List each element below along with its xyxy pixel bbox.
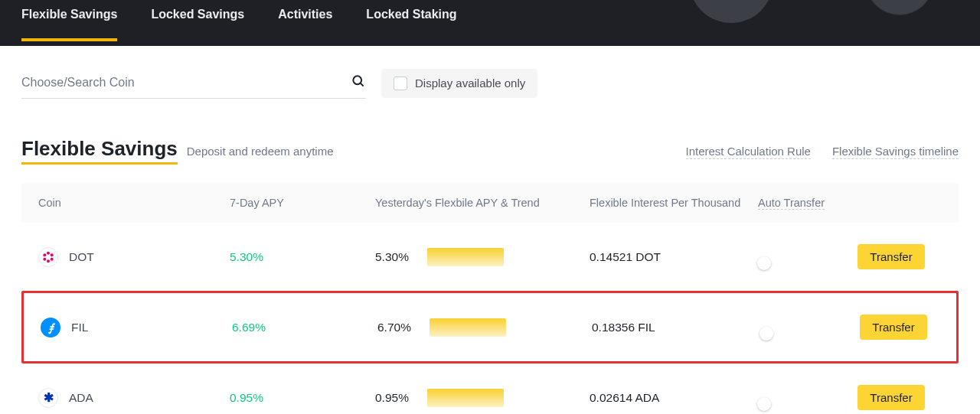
svg-line-1 [361, 83, 364, 86]
svg-point-5 [51, 253, 54, 256]
title-row: Flexible Savings Deposit and redeem anyt… [21, 137, 959, 165]
search-icon[interactable] [351, 73, 366, 92]
savings-table: Coin 7-Day APY Yesterday's Flexbile APY … [21, 183, 959, 414]
interest-per-thousand: 0.14521 DOT [590, 250, 758, 264]
table-header: Coin 7-Day APY Yesterday's Flexbile APY … [21, 183, 959, 223]
yesterday-apy: 0.95% [375, 391, 409, 405]
svg-point-6 [43, 257, 46, 260]
transfer-button[interactable]: Transfer [860, 315, 927, 340]
th-auto-transfer: Auto Transfer [758, 197, 825, 210]
tab-activities[interactable]: Activities [278, 8, 332, 41]
main-content: Display available only Flexible Savings … [0, 46, 980, 414]
table-body: DOT 5.30% 5.30% 0.14521 DOT Transfer ⨎ F… [21, 223, 959, 414]
coin-icon-dot [38, 247, 58, 267]
search-row: Display available only [21, 67, 959, 99]
link-interest-rule[interactable]: Interest Calculation Rule [686, 145, 811, 159]
header: Flexible Savings Locked Savings Activiti… [0, 0, 980, 46]
table-row: ✱ ADA 0.95% 0.95% 0.02614 ADA Transfer [21, 363, 959, 414]
trend-sparkline [430, 318, 506, 337]
trend-sparkline [427, 248, 504, 266]
apy-7d: 6.69% [232, 321, 377, 334]
trend-sparkline [427, 389, 504, 407]
nav-tabs: Flexible Savings Locked Savings Activiti… [0, 0, 980, 46]
available-only-label: Display available only [415, 77, 525, 90]
transfer-button[interactable]: Transfer [858, 385, 925, 410]
coin-icon-fil: ⨎ [41, 318, 60, 337]
th-yesterday: Yesterday's Flexbile APY & Trend [375, 197, 590, 209]
page-title: Flexible Savings [21, 137, 178, 165]
th-coin: Coin [38, 197, 230, 209]
svg-point-3 [47, 259, 50, 262]
th-interest: Flexible Interest Per Thousand [590, 197, 758, 209]
svg-point-4 [43, 253, 46, 256]
checkbox-icon [394, 77, 407, 90]
table-row: DOT 5.30% 5.30% 0.14521 DOT Transfer [21, 223, 959, 291]
coin-name: FIL [71, 321, 88, 334]
search-input[interactable] [21, 76, 351, 90]
interest-per-thousand: 0.18356 FIL [592, 321, 760, 334]
coin-name: ADA [69, 391, 93, 405]
search-box [21, 67, 366, 99]
yesterday-apy: 5.30% [375, 250, 409, 264]
apy-7d: 5.30% [230, 250, 375, 264]
apy-7d: 0.95% [230, 391, 375, 405]
transfer-button[interactable]: Transfer [858, 244, 925, 269]
coin-name: DOT [69, 250, 94, 264]
tab-flexible-savings[interactable]: Flexible Savings [21, 8, 117, 41]
link-savings-timeline[interactable]: Flexible Savings timeline [832, 145, 959, 159]
svg-point-7 [51, 257, 54, 260]
page-subtitle: Deposit and redeem anytime [187, 145, 334, 158]
available-only-toggle[interactable]: Display available only [381, 69, 537, 98]
svg-point-0 [353, 76, 361, 84]
yesterday-apy: 6.70% [377, 321, 411, 334]
interest-per-thousand: 0.02614 ADA [590, 391, 758, 405]
coin-icon-ada: ✱ [38, 388, 58, 408]
th-apy7: 7-Day APY [230, 197, 375, 209]
tab-locked-staking[interactable]: Locked Staking [366, 8, 456, 41]
table-row: ⨎ FIL 6.69% 6.70% 0.18356 FIL Transfer [21, 291, 959, 363]
svg-point-2 [47, 251, 50, 254]
tab-locked-savings[interactable]: Locked Savings [151, 8, 244, 41]
